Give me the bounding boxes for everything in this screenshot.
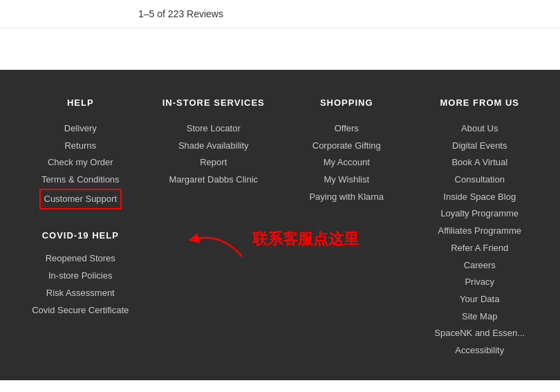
- reviews-count: 1–5 of 223 Reviews: [138, 8, 223, 19]
- shopping-heading: SHOPPING: [287, 97, 407, 108]
- link-privacy[interactable]: Privacy: [420, 274, 540, 291]
- link-customer-support[interactable]: Customer Support: [39, 189, 122, 210]
- link-site-map[interactable]: Site Map: [420, 308, 540, 326]
- annotation-container: 联系客服点这里: [187, 218, 359, 260]
- link-consultation[interactable]: Consultation: [420, 171, 540, 189]
- link-loyalty-programme[interactable]: Loyalty Programme: [420, 205, 540, 223]
- link-risk-assessment[interactable]: Risk Assessment: [21, 285, 140, 302]
- link-affiliates-programme[interactable]: Affiliates Programme: [420, 223, 540, 240]
- link-digital-events[interactable]: Digital Events: [420, 138, 540, 155]
- link-reopened-stores[interactable]: Reopened Stores: [21, 250, 140, 268]
- link-returns[interactable]: Returns: [21, 138, 140, 155]
- instore-heading: IN-STORE SERVICES: [154, 97, 274, 108]
- more-heading: MORE FROM US: [420, 97, 540, 108]
- footer: 联系客服点这里 HELP Delivery Returns Check my O…: [0, 70, 560, 380]
- link-corporate-gifting[interactable]: Corporate Gifting: [287, 138, 407, 155]
- link-book-virtual[interactable]: Book A Virtual: [420, 154, 540, 171]
- link-report[interactable]: Report: [154, 154, 274, 171]
- reviews-bar: 1–5 of 223 Reviews: [0, 0, 560, 28]
- link-about-us[interactable]: About Us: [420, 120, 540, 138]
- covid-section: COVID-19 HELP Reopened Stores In-store P…: [21, 230, 140, 319]
- link-your-data[interactable]: Your Data: [420, 291, 540, 308]
- covid-heading: COVID-19 HELP: [21, 230, 140, 241]
- link-inside-space-blog[interactable]: Inside Space Blog: [420, 189, 540, 206]
- link-offers[interactable]: Offers: [287, 120, 407, 138]
- link-klarna[interactable]: Paying with Klarna: [287, 189, 407, 206]
- annotation-arrow: [187, 218, 249, 260]
- footer-col-help: HELP Delivery Returns Check my Order Ter…: [14, 97, 147, 360]
- link-my-account[interactable]: My Account: [287, 154, 407, 171]
- link-accessibility[interactable]: Accessibility: [420, 342, 540, 360]
- link-refer-friend[interactable]: Refer A Friend: [420, 240, 540, 257]
- link-margaret-dabbs[interactable]: Margaret Dabbs Clinic: [154, 171, 274, 189]
- link-instore-policies[interactable]: In-store Policies: [21, 268, 140, 285]
- link-careers[interactable]: Careers: [420, 257, 540, 274]
- footer-col-more: MORE FROM US About Us Digital Events Boo…: [413, 97, 547, 360]
- link-store-locator[interactable]: Store Locator: [154, 120, 274, 138]
- link-my-wishlist[interactable]: My Wishlist: [287, 171, 407, 189]
- link-delivery[interactable]: Delivery: [21, 120, 140, 138]
- link-shade-availability[interactable]: Shade Availability: [154, 138, 274, 155]
- link-covid-certificate[interactable]: Covid Secure Certificate: [21, 302, 140, 319]
- link-terms-conditions[interactable]: Terms & Conditions: [21, 171, 140, 189]
- help-heading: HELP: [21, 97, 140, 108]
- link-check-my-order[interactable]: Check my Order: [21, 154, 140, 171]
- spacer: [0, 28, 560, 70]
- annotation-text: 联系客服点这里: [252, 229, 359, 250]
- link-spacenk-essen[interactable]: SpaceNK and Essen...: [420, 325, 540, 342]
